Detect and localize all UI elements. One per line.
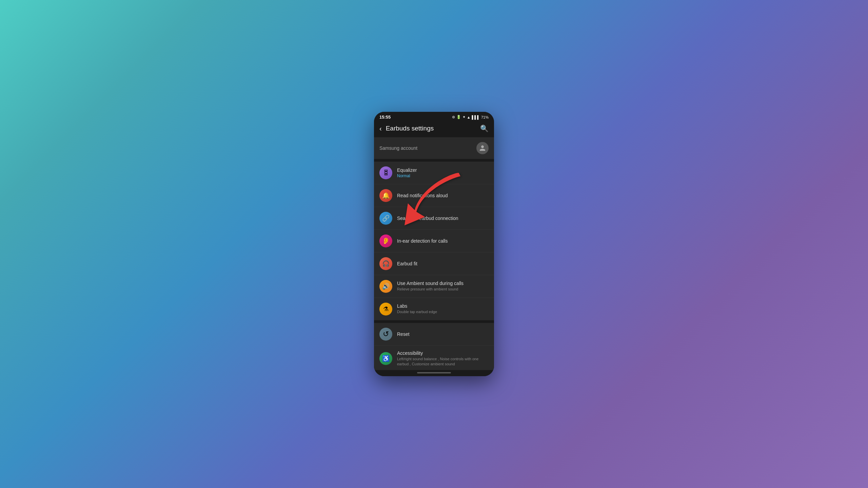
equalizer-icon: 🎛 bbox=[379, 166, 392, 179]
item-subtitle: Left/right sound balance , Noise control… bbox=[397, 357, 489, 367]
reset-icon: ↺ bbox=[379, 328, 392, 341]
list-item[interactable]: ♿ Accessibility Left/right sound balance… bbox=[374, 346, 494, 370]
item-subtitle: Double tap earbud edge bbox=[397, 309, 489, 314]
bluetooth-icon: ✦ bbox=[462, 115, 466, 119]
item-title: Reset bbox=[397, 331, 489, 337]
labs-icon: ⚗ bbox=[379, 303, 392, 316]
samsung-account-row[interactable]: Samsung account bbox=[374, 137, 494, 159]
battery-icon: 🔋 bbox=[456, 115, 461, 119]
list-item[interactable]: 🔊 Use Ambient sound during calls Relieve… bbox=[374, 275, 494, 298]
avatar-icon bbox=[479, 145, 486, 151]
item-title: Seamless earbud connection bbox=[397, 216, 489, 221]
bottom-settings-group: ↺ Reset ♿ Accessibility Left/right sound… bbox=[374, 323, 494, 370]
account-label: Samsung account bbox=[379, 145, 417, 151]
instagram-icon: ⊚ bbox=[452, 115, 455, 119]
ambient-sound-icon: 🔊 bbox=[379, 280, 392, 293]
notifications-icon: 🔔 bbox=[379, 189, 392, 202]
main-settings-group: 🎛 Equalizer Normal 🔔 Read notifications … bbox=[374, 162, 494, 320]
battery-percent: 71% bbox=[481, 115, 489, 119]
item-subtitle: Relieve pressure with ambient sound bbox=[397, 287, 489, 292]
page-title: Earbuds settings bbox=[386, 125, 434, 132]
item-title: Accessibility bbox=[397, 350, 489, 356]
status-bar: 15:55 ⊚ 🔋 ✦ ▲ ▌▌▌ 71% bbox=[374, 112, 494, 121]
list-item[interactable]: 🔔 Read notifications aloud bbox=[374, 184, 494, 207]
item-title: In-ear detection for calls bbox=[397, 238, 489, 244]
search-button[interactable]: 🔍 bbox=[480, 124, 489, 133]
header: ‹ Earbuds settings 🔍 bbox=[374, 121, 494, 137]
list-item[interactable]: ⚗ Labs Double tap earbud edge bbox=[374, 298, 494, 320]
nav-handle bbox=[374, 370, 494, 376]
item-subtitle: Normal bbox=[397, 174, 489, 178]
status-icons: ⊚ 🔋 ✦ ▲ ▌▌▌ 71% bbox=[452, 115, 489, 119]
in-ear-icon: 👂 bbox=[379, 235, 392, 247]
account-avatar bbox=[476, 142, 489, 154]
phone-container: 15:55 ⊚ 🔋 ✦ ▲ ▌▌▌ 71% ‹ Earbuds settings… bbox=[374, 112, 494, 376]
item-title: Use Ambient sound during calls bbox=[397, 281, 489, 286]
nav-bar bbox=[417, 372, 451, 373]
list-item[interactable]: 🎛 Equalizer Normal bbox=[374, 162, 494, 184]
settings-content: Samsung account 🎛 Equalizer Normal bbox=[374, 137, 494, 370]
item-title: Earbud fit bbox=[397, 261, 489, 266]
item-title: Read notifications aloud bbox=[397, 193, 489, 198]
accessibility-icon: ♿ bbox=[379, 352, 392, 365]
connection-icon: 🔗 bbox=[379, 212, 392, 225]
back-button[interactable]: ‹ bbox=[379, 125, 382, 133]
wifi-icon: ▲ bbox=[467, 115, 471, 119]
list-item[interactable]: 🔗 Seamless earbud connection bbox=[374, 207, 494, 230]
status-time: 15:55 bbox=[379, 115, 391, 120]
earbud-fit-icon: 🎧 bbox=[379, 257, 392, 270]
list-item[interactable]: ↺ Reset bbox=[374, 323, 494, 346]
signal-icon: ▌▌▌ bbox=[472, 115, 480, 119]
item-title: Labs bbox=[397, 303, 489, 309]
list-item[interactable]: 👂 In-ear detection for calls bbox=[374, 230, 494, 252]
item-title: Equalizer bbox=[397, 167, 489, 173]
list-item[interactable]: 🎧 Earbud fit bbox=[374, 252, 494, 275]
